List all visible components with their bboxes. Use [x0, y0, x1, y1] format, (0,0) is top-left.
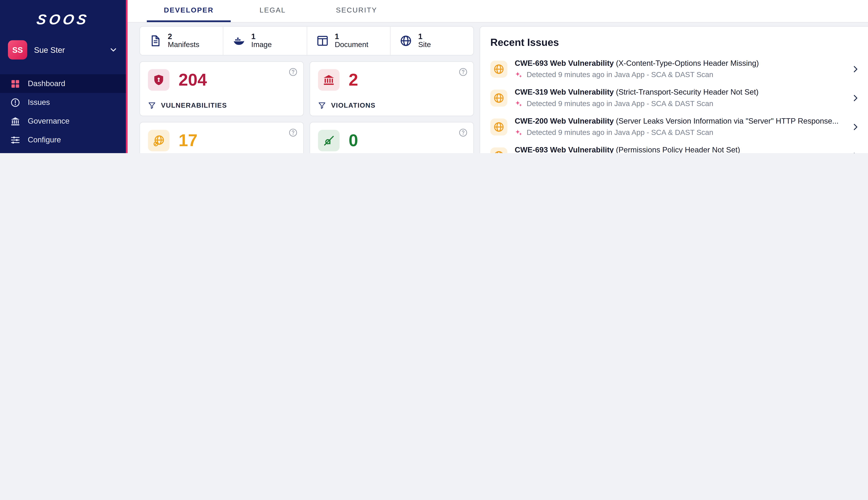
globe-icon [490, 89, 507, 106]
alert-circle-icon [10, 97, 21, 107]
sidebar-item-label: Issues [28, 98, 50, 106]
stat-value: 0 [349, 131, 358, 150]
chevron-right-icon[interactable] [851, 122, 860, 131]
tab-developer[interactable]: DEVELOPER [147, 0, 231, 22]
avatar: SS [8, 40, 27, 59]
sidebar-item-dashboard[interactable]: Dashboard [0, 74, 126, 93]
kanban-document-icon [316, 35, 329, 47]
globe-icon [490, 60, 507, 77]
chevron-right-icon[interactable] [851, 65, 860, 73]
summary-images: 1 Image [224, 26, 307, 55]
help-tooltip-icon[interactable] [288, 68, 298, 77]
bank-icon [10, 116, 21, 126]
help-tooltip-icon[interactable] [459, 128, 468, 137]
sparkles-icon [515, 128, 523, 136]
globe-icon [490, 118, 507, 135]
summary-documents: 1 Document [307, 26, 390, 55]
recent-issues-card: Recent Issues CWE-693 Web Vulnerability … [479, 26, 868, 153]
tab-legal[interactable]: LEGAL [231, 0, 315, 22]
bank-icon [318, 69, 340, 91]
summary-count: 1 [335, 32, 368, 41]
typo-icon [318, 129, 340, 151]
stat-value: 17 [179, 131, 197, 150]
dashboard-content: 2 Manifests 1 Image [128, 23, 868, 153]
issue-name: CWE-200 Web Vulnerability [515, 117, 614, 125]
top-tabbar: DEVELOPER LEGAL SECURITY [128, 0, 868, 23]
summary-manifests: 2 Manifests [140, 26, 224, 55]
recent-issue-row[interactable]: CWE-693 Web Vulnerability (Permissions P… [490, 141, 860, 153]
soos-logo[interactable]: SOOS [35, 11, 90, 28]
sidebar-nav-primary: Dashboard Issues Governance Configure In… [0, 74, 126, 153]
sidebar-item-label: Governance [28, 117, 69, 125]
issue-detail: Detected 9 minutes ago in Java App - SCA… [526, 70, 713, 79]
sparkles-icon [515, 71, 523, 79]
globe-icon [490, 147, 507, 153]
help-tooltip-icon[interactable] [459, 68, 468, 77]
sidebar-item-label: Configure [28, 135, 61, 144]
summary-count: 2 [168, 32, 199, 41]
issue-summary: (X-Content-Type-Options Header Missing) [616, 59, 759, 68]
issue-name: CWE-319 Web Vulnerability [515, 88, 614, 96]
stat-card-violations: 2 VIOLATIONS [309, 61, 474, 116]
tab-security[interactable]: SECURITY [315, 0, 398, 22]
globe-icon [399, 35, 412, 47]
issue-name: CWE-693 Web Vulnerability [515, 146, 614, 153]
sidebar-item-configure[interactable]: Configure [0, 130, 126, 149]
issue-name: CWE-693 Web Vulnerability [515, 59, 614, 68]
sidebar-item-issues[interactable]: Issues [0, 93, 126, 112]
chevron-right-icon[interactable] [851, 93, 860, 102]
summary-label: Site [418, 41, 431, 49]
summary-label: Manifests [168, 41, 199, 49]
filter-funnel-icon [148, 101, 156, 109]
recent-issue-row[interactable]: CWE-693 Web Vulnerability (X-Content-Typ… [490, 54, 860, 83]
chevron-down-icon [109, 45, 118, 54]
app: SOOS SS Sue Ster Dashboard Issues Govern… [0, 0, 868, 153]
issue-detail: Detected 9 minutes ago in Java App - SCA… [526, 128, 713, 137]
stat-label: VIOLATIONS [331, 101, 376, 109]
summary-count: 1 [251, 32, 272, 41]
asset-summary-strip: 2 Manifests 1 Image [139, 26, 474, 56]
issue-detail: Detected 9 minutes ago in Java App - SCA… [526, 99, 713, 107]
stat-value: 2 [349, 70, 358, 90]
sidebar-item-label: Dashboard [28, 79, 65, 88]
summary-label: Document [335, 41, 368, 49]
sidebar-item-governance[interactable]: Governance [0, 112, 126, 130]
sparkles-icon [515, 100, 523, 107]
recent-issues-title: Recent Issues [490, 37, 860, 49]
issue-summary: (Strict-Transport-Security Header Not Se… [616, 88, 758, 96]
dashboard-grid-icon [10, 79, 21, 89]
shield-icon [148, 69, 169, 91]
chevron-right-icon[interactable] [851, 151, 860, 153]
main-area: DEVELOPER LEGAL SECURITY 2 Manifests [128, 0, 868, 153]
issue-summary: (Permissions Policy Header Not Set) [616, 146, 740, 153]
help-tooltip-icon[interactable] [288, 128, 298, 137]
stat-card-vulnerabilities: 204 VULNERABILITIES [139, 61, 304, 116]
sidebar-item-integrate[interactable]: Integrate [0, 149, 126, 153]
stat-label: VULNERABILITIES [161, 101, 227, 109]
recent-issue-row[interactable]: CWE-200 Web Vulnerability (Server Leaks … [490, 112, 860, 141]
summary-sites: 1 Site [390, 26, 473, 55]
recent-issue-row[interactable]: CWE-319 Web Vulnerability (Strict-Transp… [490, 83, 860, 112]
sidebar: SOOS SS Sue Ster Dashboard Issues Govern… [0, 0, 128, 153]
filter-funnel-icon [318, 101, 326, 109]
stat-value: 204 [179, 70, 207, 90]
stat-card-dependency-typos: 0 DEPENDENCY TYPOS [309, 122, 474, 153]
summary-label: Image [251, 41, 272, 49]
summary-count: 1 [418, 32, 431, 41]
user-name: Sue Ster [34, 45, 109, 54]
issue-summary: (Server Leaks Version Information via "S… [616, 117, 838, 125]
docker-icon [233, 35, 245, 47]
stat-card-web-vulnerabilities: 17 WEB VULNERABILITIES [139, 122, 304, 153]
file-icon [149, 35, 162, 47]
user-menu[interactable]: SS Sue Ster [8, 40, 118, 59]
sliders-icon [10, 135, 21, 145]
globe-slash-icon [148, 129, 169, 151]
